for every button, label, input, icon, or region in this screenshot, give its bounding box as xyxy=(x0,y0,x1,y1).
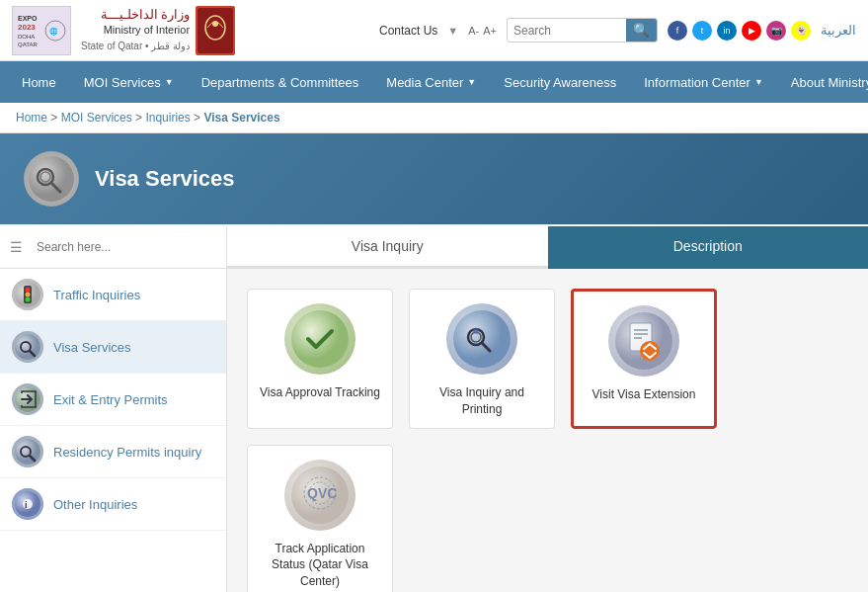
sidebar-search-input[interactable] xyxy=(29,236,216,258)
svg-point-16 xyxy=(26,288,31,293)
svg-point-19 xyxy=(15,334,40,360)
sidebar-label-visa: Visa Services xyxy=(53,340,131,355)
svg-point-9 xyxy=(212,21,218,27)
breadcrumb-home[interactable]: Home xyxy=(16,111,47,125)
sidebar-label-other: Other Inquiries xyxy=(53,497,137,512)
nav-media-center[interactable]: Media Center ▼ xyxy=(372,61,490,103)
sidebar: ☰ Traffic I xyxy=(0,226,227,592)
nav-home[interactable]: Home xyxy=(8,61,70,103)
sidebar-item-other[interactable]: i Other Inquiries xyxy=(0,478,226,531)
card-label-visa-approval: Visa Approval Tracking xyxy=(260,384,380,401)
sidebar-menu-icon: ☰ xyxy=(10,239,23,255)
moi-arabic: وزارة الداخلـيـــة xyxy=(81,7,190,23)
svg-point-29 xyxy=(291,310,349,368)
svg-text:🌐: 🌐 xyxy=(49,27,58,36)
font-larger-button[interactable]: A+ xyxy=(483,25,497,37)
card-visa-inquiry[interactable]: Visa Inquiry and Printing xyxy=(409,289,555,429)
main-content: Visa Inquiry Description xyxy=(227,226,868,592)
breadcrumb-current: Visa Services xyxy=(203,111,279,125)
search-button[interactable]: 🔍 xyxy=(626,19,657,42)
svg-point-17 xyxy=(26,293,31,297)
snapchat-icon[interactable]: 👻 xyxy=(791,21,811,41)
search-input[interactable] xyxy=(508,21,626,41)
nav-moi-services[interactable]: MOI Services ▼ xyxy=(70,61,188,103)
tab-description[interactable]: Description xyxy=(548,226,869,269)
nav-departments[interactable]: Departments & Committees xyxy=(188,61,373,103)
other-icon: i xyxy=(12,488,43,520)
twitter-icon[interactable]: t xyxy=(692,21,712,41)
svg-point-30 xyxy=(453,310,511,368)
card-label-track-application: Track Application Status (Qatar Visa Cen… xyxy=(258,541,382,590)
breadcrumb: Home > MOI Services > Inquiries > Visa S… xyxy=(0,103,868,133)
sidebar-item-exit[interactable]: Exit & Entry Permits xyxy=(0,374,226,426)
svg-text:DOHA: DOHA xyxy=(18,34,35,40)
svg-point-18 xyxy=(26,297,31,302)
youtube-icon[interactable]: ▶ xyxy=(742,21,761,41)
visa-approval-icon xyxy=(284,303,355,375)
card-label-visit-visa-extension: Visit Visa Extension xyxy=(592,386,696,403)
page-header-icon xyxy=(24,151,79,207)
page-header: Visa Services xyxy=(0,133,868,224)
contact-us-button[interactable]: Contact Us xyxy=(379,24,437,38)
sidebar-item-traffic[interactable]: Traffic Inquiries xyxy=(0,269,226,321)
svg-rect-7 xyxy=(197,8,233,53)
expo-logo: EXPO 2023 DOHA QATAR 🌐 xyxy=(12,6,71,55)
card-track-application[interactable]: QVC Track Application Status (Qatar Visa… xyxy=(247,445,393,592)
sidebar-item-residency[interactable]: Residency Permits inquiry xyxy=(0,426,226,478)
residency-icon xyxy=(12,436,43,467)
visa-icon xyxy=(12,331,43,363)
visa-inquiry-icon xyxy=(446,303,517,375)
instagram-icon[interactable]: 📷 xyxy=(766,21,786,41)
sidebar-item-visa[interactable]: Visa Services xyxy=(0,321,226,374)
page-title: Visa Services xyxy=(95,166,235,192)
breadcrumb-inquiries[interactable]: Inquiries xyxy=(145,111,190,125)
main-navigation: Home MOI Services ▼ Departments & Commit… xyxy=(0,61,868,103)
tabs-header: Visa Inquiry Description xyxy=(227,226,868,269)
search-box: 🔍 xyxy=(507,18,658,42)
font-size-controls: A- A+ xyxy=(468,25,497,37)
traffic-icon xyxy=(12,279,43,310)
moi-english: Ministry of InteriorState of Qatar • دول… xyxy=(81,23,190,53)
svg-point-34 xyxy=(473,328,479,334)
track-application-icon: QVC xyxy=(284,460,355,531)
svg-text:i: i xyxy=(25,500,28,510)
svg-point-23 xyxy=(15,439,40,465)
visit-visa-extension-icon xyxy=(608,305,679,377)
sidebar-label-residency: Residency Permits inquiry xyxy=(53,445,201,460)
top-right-controls: Contact Us ▼ A- A+ 🔍 f t in ▶ 📷 👻 العربي… xyxy=(379,18,856,42)
breadcrumb-moi-services[interactable]: MOI Services xyxy=(61,111,132,125)
arabic-language-link[interactable]: العربية xyxy=(821,23,856,38)
svg-text:2023: 2023 xyxy=(18,23,36,32)
svg-text:QATAR: QATAR xyxy=(18,42,38,47)
tab-visa-inquiry[interactable]: Visa Inquiry xyxy=(227,226,548,269)
exit-icon xyxy=(12,383,43,415)
content-area: ☰ Traffic I xyxy=(0,226,868,592)
qatar-emblem xyxy=(196,6,235,55)
top-bar: EXPO 2023 DOHA QATAR 🌐 وزارة الداخلـيـــ… xyxy=(0,0,868,61)
cards-area: Visa Approval Tracking xyxy=(227,269,868,592)
card-visa-approval[interactable]: Visa Approval Tracking xyxy=(247,289,393,429)
card-visit-visa-extension[interactable]: Visit Visa Extension xyxy=(571,289,717,429)
logo-area: EXPO 2023 DOHA QATAR 🌐 وزارة الداخلـيـــ… xyxy=(12,6,235,55)
moi-logo: وزارة الداخلـيـــة Ministry of InteriorS… xyxy=(81,6,235,55)
facebook-icon[interactable]: f xyxy=(668,21,687,41)
font-smaller-button[interactable]: A- xyxy=(468,25,479,37)
svg-text:QVC: QVC xyxy=(307,485,337,501)
sidebar-label-exit: Exit & Entry Permits xyxy=(53,392,168,407)
sidebar-label-traffic: Traffic Inquiries xyxy=(53,288,140,302)
sidebar-search-area: ☰ xyxy=(0,226,226,269)
nav-about-ministry[interactable]: About Ministry ▼ xyxy=(777,61,868,103)
social-icons: f t in ▶ 📷 👻 xyxy=(668,21,811,41)
nav-information-center[interactable]: Information Center ▼ xyxy=(630,61,777,103)
linkedin-icon[interactable]: in xyxy=(717,21,737,41)
card-label-visa-inquiry: Visa Inquiry and Printing xyxy=(420,384,544,418)
svg-text:EXPO: EXPO xyxy=(18,15,38,22)
nav-security-awareness[interactable]: Security Awareness xyxy=(490,61,630,103)
svg-point-10 xyxy=(29,156,74,202)
